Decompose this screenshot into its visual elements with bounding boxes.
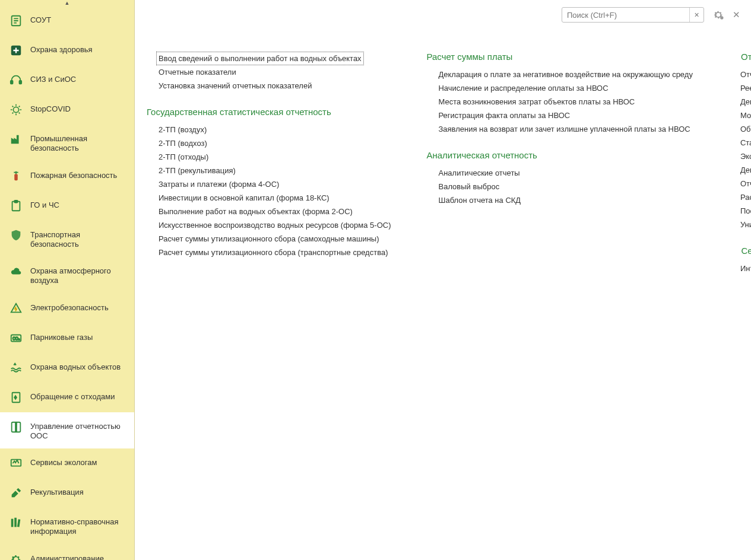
svg-text:CO₂: CO₂ (12, 336, 20, 340)
link-cost-places-nvos[interactable]: Места возникновения затрат объектов плат… (438, 95, 692, 109)
sidebar-item-waste[interactable]: Обращение с отходами (0, 383, 134, 412)
monitor-icon (9, 456, 23, 470)
link-report-2[interactable]: Реестр з (740, 81, 751, 95)
link-2tp-air[interactable]: 2-ТП (воздух) (159, 123, 391, 136)
cloud-icon (9, 265, 23, 279)
close-icon: ✕ (733, 9, 740, 20)
virus-icon (9, 103, 23, 117)
sidebar-item-reporting-oos[interactable]: Управление отчетностью ООС (0, 412, 134, 449)
sidebar-item-admin[interactable]: Администрирование (0, 545, 134, 561)
extinguisher-icon (9, 169, 23, 183)
link-2os[interactable]: Выполнение работ на водных объектах (фор… (159, 205, 391, 218)
books-icon (9, 516, 23, 530)
link-report-8[interactable]: Деклара (740, 163, 751, 177)
sidebar-item-label: Рекультивация (30, 486, 84, 497)
sidebar-item-transport[interactable]: Транспортная безопасность (0, 221, 134, 257)
sidebar-item-greenhouse[interactable]: CO₂ Парниковые газы (0, 323, 134, 353)
settings-button[interactable] (712, 9, 724, 21)
sidebar-collapse-button[interactable]: ▲ (0, 0, 134, 6)
link-2tp-reclam[interactable]: 2-ТП (рекультивация) (159, 164, 391, 177)
gear-icon (9, 552, 23, 561)
sidebar-item-label: Управление отчетностью ООС (30, 420, 128, 441)
section-title-stat: Государственная статистическая отчетност… (147, 107, 391, 117)
column-2: Расчет суммы платы Декларация о плате за… (426, 52, 692, 275)
link-indicator-values[interactable]: Установка значений отчетных показателей (159, 79, 391, 93)
factory-icon (9, 132, 23, 147)
link-water-entry[interactable]: Ввод сведений о выполнении работ на водн… (156, 52, 364, 65)
sidebar-item-siz[interactable]: СИЗ и СиОС (0, 65, 134, 95)
chevron-up-icon: ▲ (65, 0, 70, 6)
sidebar-item-label: ГО и ЧС (30, 199, 59, 210)
link-2tp-water[interactable]: 2-ТП (водхоз) (159, 136, 391, 150)
link-5os[interactable]: Искусственное воспроизводство водных рес… (159, 218, 391, 232)
link-report-1[interactable]: Отчет п (740, 68, 751, 81)
link-2tp-waste[interactable]: 2-ТП (отходы) (159, 150, 391, 164)
sidebar-item-label: СОУТ (30, 14, 51, 25)
link-report-6[interactable]: Статусы (740, 136, 751, 149)
link-report-indicators[interactable]: Отчетные показатели (159, 65, 391, 79)
search-field[interactable]: × (562, 7, 704, 23)
sidebar: ▲ СОУТ Охрана здоровья СИЗ и СиОС StopCO… (0, 0, 135, 560)
sidebar-item-label: Администрирование (30, 552, 104, 561)
sidebar-item-label: Электробезопасность (30, 301, 109, 313)
sidebar-item-label: Охрана атмосферного воздуха (30, 265, 128, 286)
sidebar-item-label: Охрана водных объектов (30, 361, 121, 372)
link-accrual-nvos[interactable]: Начисление и распределение оплаты за НВО… (438, 81, 692, 95)
link-report-11[interactable]: Постано (740, 204, 751, 218)
sidebar-item-fire[interactable]: Пожарная безопасность (0, 161, 134, 191)
search-input[interactable] (562, 8, 689, 22)
link-18ks[interactable]: Инвестиции в основной капитал (форма 18-… (159, 191, 391, 205)
sidebar-item-label: СИЗ и СиОС (30, 73, 76, 84)
headset-icon (9, 73, 23, 87)
link-util-self[interactable]: Расчет суммы утилизационного сбора (само… (159, 232, 391, 246)
sidebar-item-label: Обращение с отходами (30, 390, 115, 402)
link-4os[interactable]: Затраты и платежи (форма 4-ОС) (159, 177, 391, 191)
sidebar-item-label: Сервисы экологам (30, 456, 97, 467)
sidebar-item-air[interactable]: Охрана атмосферного воздуха (0, 257, 134, 294)
svg-rect-2 (11, 81, 13, 84)
clipboard2-icon (9, 199, 23, 213)
sidebar-item-electro[interactable]: Электробезопасность (0, 294, 134, 323)
sidebar-item-sout[interactable]: СОУТ (0, 6, 134, 36)
link-service-1[interactable]: Интегра (740, 262, 751, 275)
link-skd-template[interactable]: Шаблон отчета на СКД (438, 193, 692, 207)
link-report-4[interactable]: Монитор (740, 109, 751, 122)
link-report-7[interactable]: Экологи (740, 149, 751, 163)
column-1: Ввод сведений о выполнении работ на водн… (147, 52, 391, 275)
sidebar-item-stopcovid[interactable]: StopCOVID (0, 95, 134, 125)
close-button[interactable]: ✕ (733, 9, 740, 20)
link-report-12[interactable]: Универс (740, 218, 751, 231)
link-declaration-nvos[interactable]: Декларация о плате за негативное воздейс… (438, 68, 692, 81)
co2-icon: CO₂ (9, 331, 23, 345)
link-payment-fact-nvos[interactable]: Регистрация факта оплаты за НВОС (438, 109, 692, 122)
gear-icon (712, 9, 724, 21)
sidebar-item-water[interactable]: Охрана водных объектов (0, 353, 134, 383)
link-report-5[interactable]: Общий ј (740, 122, 751, 136)
svg-rect-5 (14, 174, 18, 180)
sidebar-item-industrial[interactable]: Промышленная безопасность (0, 125, 134, 161)
topbar: × ✕ (135, 0, 751, 28)
svg-rect-7 (14, 200, 18, 202)
sidebar-item-health[interactable]: Охрана здоровья (0, 36, 134, 65)
section-title-calc: Расчет суммы платы (426, 52, 692, 62)
search-clear-button[interactable]: × (689, 8, 704, 22)
sidebar-item-label: Промышленная безопасность (30, 132, 128, 154)
sidebar-item-eco-services[interactable]: Сервисы экологам (0, 448, 134, 478)
link-report-10[interactable]: Расчет (740, 190, 751, 204)
link-util-trans[interactable]: Расчет суммы утилизационного сбора (тран… (159, 246, 391, 259)
recycle-doc-icon (9, 390, 23, 405)
link-gross-emission[interactable]: Валовый выброс (438, 180, 692, 193)
bolt-triangle-icon (9, 301, 23, 316)
sidebar-item-reclamation[interactable]: Рекультивация (0, 478, 134, 508)
link-refund-nvos[interactable]: Заявления на возврат или зачет излишне у… (438, 122, 692, 136)
link-report-9[interactable]: Отчет о (740, 177, 751, 190)
section-title-service: Сервис (728, 246, 751, 256)
sidebar-item-reference[interactable]: Нормативно-справочная информация (0, 508, 134, 545)
link-analytic-reports[interactable]: Аналитические отчеты (438, 166, 692, 180)
content-scroll[interactable]: Ввод сведений о выполнении работ на водн… (135, 28, 751, 560)
shovel-icon (9, 486, 23, 500)
svg-rect-13 (14, 518, 17, 527)
link-report-3[interactable]: Деклара (740, 95, 751, 109)
sidebar-item-go-chs[interactable]: ГО и ЧС (0, 191, 134, 221)
svg-point-4 (13, 107, 18, 112)
